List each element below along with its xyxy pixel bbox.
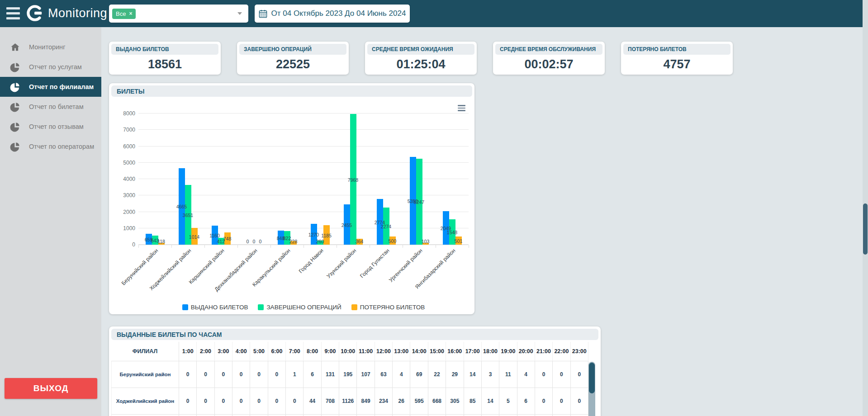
bar-value-label: 7968 (348, 177, 358, 183)
sidebar-item-label: Отчет по операторам (29, 143, 94, 150)
sidebar-item-1[interactable]: Отчет по услугам (0, 57, 101, 77)
legend-marker (351, 304, 357, 310)
bar-value-label: 0 (253, 239, 256, 244)
bar-value-label: 1014 (189, 234, 199, 240)
hour-value-cell: 0 (553, 361, 570, 388)
branch-column-header: ФИЛИАЛ (111, 342, 179, 361)
y-axis-tick-label: 8000 (123, 110, 135, 117)
sidebar-item-4[interactable]: Отчет по отзывам (0, 117, 101, 137)
app-logo: Monitoring (26, 5, 107, 22)
bar-value-label: 2455 (342, 222, 352, 228)
date-range-picker[interactable]: От 04 Октябрь 2023 До 04 Июнь 2024 (255, 5, 410, 23)
hour-column-header: 16:00 (446, 342, 464, 361)
bar[interactable]: 2455 (344, 204, 350, 245)
sidebar-item-5[interactable]: Отчет по операторам (0, 137, 101, 156)
hour-value-cell: 0 (535, 361, 553, 388)
kpi-value: 18561 (109, 57, 221, 71)
hour-value-cell: 14 (482, 388, 499, 414)
table-row-partial (111, 414, 588, 416)
bar[interactable]: 103 (422, 243, 429, 245)
hour-value-cell: 4 (393, 361, 410, 388)
bar-value-label: 1270 (308, 232, 319, 237)
chart-y-axis: 010002000300040005000600070008000 (114, 113, 135, 245)
bar[interactable]: 2774 (377, 199, 383, 245)
hour-value-cell: 0 (571, 361, 588, 388)
y-axis-tick-label: 1000 (123, 225, 135, 232)
x-axis-category-label: Каршинский район (188, 247, 226, 285)
bar[interactable]: 501 (455, 236, 462, 245)
bar[interactable]: 2049 (443, 211, 449, 245)
kpi-title: ПОТЕРЯНО БИЛЕТОВ (623, 44, 730, 55)
legend-marker (258, 304, 264, 310)
hour-column-header: 8:00 (304, 342, 321, 361)
sidebar-item-2[interactable]: Отчет по филиалам (0, 77, 101, 97)
kpi-row: ВЫДАНО БИЛЕТОВ18561ЗАВЕРШЕНО ОПЕРАЦИЙ225… (109, 42, 733, 75)
legend-item[interactable]: ЗАВЕРШЕНО ОПЕРАЦИЙ (258, 304, 341, 311)
hour-value-cell: 305 (446, 388, 464, 414)
chart-menu-icon[interactable] (458, 105, 465, 113)
hour-value-cell: 0 (268, 388, 286, 414)
bar[interactable]: 1014 (191, 228, 198, 245)
hour-value-cell: 0 (215, 388, 232, 414)
legend-item[interactable]: ВЫДАНО БИЛЕТОВ (182, 304, 248, 311)
hourly-tickets-panel: ВЫДАННЫЕ БИЛЕТЫ ПО ЧАСАМ ФИЛИАЛ1:002:003… (109, 326, 601, 416)
page-scrollbar-thumb[interactable] (863, 203, 868, 255)
sidebar-item-3[interactable]: Отчет по билетам (0, 97, 101, 117)
y-axis-tick-label: 2000 (123, 209, 135, 215)
bar-value-label: 260 (316, 239, 324, 244)
remove-tag-icon[interactable]: × (129, 10, 132, 17)
x-axis-category-label: Берунийский район (120, 247, 160, 287)
tickets-chart-panel: БИЛЕТЫ 010002000300040005000600070008000… (109, 83, 474, 314)
hour-column-header: 23:00 (571, 342, 588, 361)
hour-column-header: 4:00 (232, 342, 250, 361)
pie-chart-icon (10, 62, 20, 72)
branch-filter-select[interactable]: Все × (109, 5, 248, 23)
hour-value-cell: 14 (464, 361, 482, 388)
bar[interactable]: 500 (389, 236, 396, 245)
hour-value-cell: 1126 (339, 388, 357, 414)
bar-value-label: 501 (455, 238, 463, 244)
hour-value-cell: 0 (571, 388, 588, 414)
hour-column-header: 18:00 (482, 342, 499, 361)
hour-value-cell: 0 (232, 361, 250, 388)
table-scrollbar-thumb[interactable] (589, 363, 595, 393)
y-axis-tick-label: 7000 (123, 127, 135, 133)
chart-bar-groups: 6595431184665365110141160412748000848822… (138, 113, 469, 245)
bar-value-label: 0 (259, 239, 262, 244)
menu-toggle-icon[interactable] (6, 7, 20, 19)
calendar-icon (259, 9, 267, 18)
sidebar-item-0[interactable]: Мониторинг (0, 37, 101, 57)
hour-column-header: 3:00 (215, 342, 232, 361)
bar[interactable]: 118 (158, 243, 165, 245)
kpi-title: СРЕДНЕЕ ВРЕМЯ ОБСЛУЖИВАНИЯ (495, 44, 602, 55)
top-header: Monitoring Все × От 04 Октябрь 2023 До 0… (0, 0, 863, 27)
kpi-title: ВЫДАНО БИЛЕТОВ (111, 44, 218, 55)
bar[interactable]: 364 (356, 239, 363, 245)
bar-group-5: 12702601185 (304, 113, 337, 245)
legend-item[interactable]: ПОТЕРЯНО БИЛЕТОВ (351, 304, 425, 311)
hour-column-header: 7:00 (286, 342, 304, 361)
page-scrollbar[interactable] (863, 0, 868, 416)
y-axis-tick-label: 5000 (123, 160, 135, 166)
hour-column-header: 1:00 (179, 342, 197, 361)
bar-value-label: 1185 (321, 233, 332, 238)
filter-tag-label: Все (116, 10, 126, 17)
bar-value-label: 0 (247, 239, 249, 244)
hour-value-cell: 0 (197, 361, 214, 388)
logout-button[interactable]: ВЫХОД (5, 378, 97, 399)
table-scrollbar[interactable] (588, 362, 595, 416)
bar[interactable]: 4665 (179, 168, 185, 245)
y-axis-tick-label: 4000 (123, 176, 135, 182)
bar[interactable]: 228 (290, 241, 297, 245)
legend-marker (182, 304, 188, 310)
chevron-down-icon[interactable] (237, 12, 242, 15)
hour-value-cell: 6 (304, 361, 321, 388)
bar-group-8: 53585247103 (403, 113, 436, 245)
sidebar-item-label: Отчет по филиалам (29, 83, 94, 90)
kpi-card-1: ЗАВЕРШЕНО ОПЕРАЦИЙ22525 (237, 42, 349, 75)
bar[interactable]: 260 (317, 241, 323, 245)
kpi-value: 00:02:57 (493, 57, 605, 71)
bar-group-1: 466536511014 (171, 113, 204, 245)
hour-value-cell: 85 (464, 388, 482, 414)
bar[interactable]: 5247 (416, 159, 422, 245)
